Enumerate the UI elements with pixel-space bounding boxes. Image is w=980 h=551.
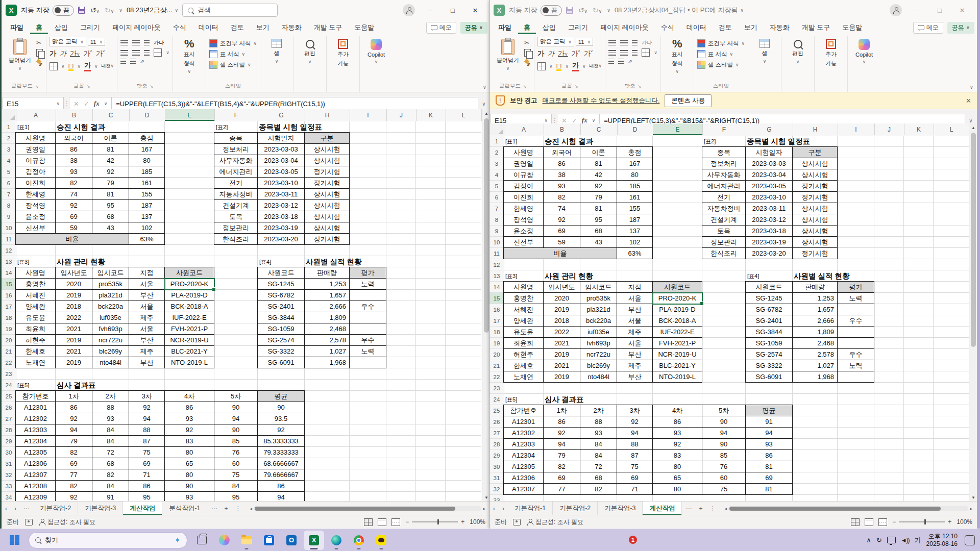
borders-icon[interactable] (50, 62, 58, 70)
cell[interactable]: A12304 (504, 450, 544, 461)
cell[interactable]: SG-6091 (746, 371, 793, 383)
cell[interactable]: 권영일 (504, 158, 544, 169)
cell[interactable]: PRO-2020-K (653, 293, 702, 304)
ribbon-tab-개발 도구[interactable]: 개발 도구 (308, 21, 348, 34)
cell[interactable]: 94 (214, 413, 258, 424)
cell[interactable]: fvh693p (92, 323, 129, 335)
col-header-G[interactable]: G (746, 123, 793, 135)
align-top-icon[interactable] (608, 40, 616, 46)
cell[interactable]: 에너지관리 (214, 166, 258, 178)
ribbon-tab-보기[interactable]: 보기 (739, 21, 763, 34)
cell[interactable]: 95 (214, 492, 258, 502)
align-middle-icon[interactable] (132, 40, 140, 46)
row-header-31[interactable]: 31 (489, 472, 504, 484)
cell[interactable]: BCK-2018-A (653, 315, 702, 327)
row-header-4[interactable]: 4 (2, 155, 16, 166)
cell[interactable]: 74 (544, 203, 580, 214)
row-header-21[interactable]: 21 (2, 346, 16, 357)
cells-button[interactable]: 셀∨ (263, 37, 290, 64)
cell[interactable]: 93 (544, 181, 580, 192)
ribbon-tab-수식[interactable]: 수식 (655, 21, 680, 34)
align-right-icon[interactable] (144, 50, 150, 56)
cell[interactable]: A12306 (504, 472, 544, 484)
cell[interactable]: 2019 (56, 335, 92, 346)
page-layout-view-icon[interactable] (865, 518, 873, 526)
horizontal-scrollbar[interactable]: ◂ ▸ (250, 506, 485, 512)
decrease-indent-icon[interactable] (608, 59, 614, 64)
cell[interactable]: 82 (92, 469, 129, 481)
tab-options-icon[interactable]: ⋮ (706, 505, 719, 512)
cell[interactable]: 정보관리 (702, 237, 746, 248)
orientation-icon[interactable]: 가나 (642, 39, 652, 46)
col-header-D[interactable]: D (617, 123, 653, 135)
cell[interactable]: 홍명찬 (16, 279, 56, 290)
number-format-button[interactable]: % 표시형식∨ (664, 37, 691, 74)
cell[interactable]: 81 (746, 461, 793, 472)
cell[interactable]: 95 (129, 492, 165, 502)
row-header-10[interactable]: 10 (2, 222, 16, 234)
cell[interactable]: 정보처리 (214, 144, 258, 155)
cell[interactable]: 63% (129, 234, 165, 245)
cell[interactable]: 서울 (617, 315, 653, 327)
row-header-26[interactable]: 26 (489, 416, 504, 428)
row-header-31[interactable]: 31 (2, 458, 16, 469)
row-header-6[interactable]: 6 (2, 178, 16, 189)
row-header-24[interactable]: 24 (2, 380, 16, 391)
cell[interactable]: 68 (92, 211, 129, 222)
horizontal-scrollbar[interactable]: ◂ ▸ (724, 506, 972, 512)
font-name-select[interactable]: 맑은 고딕∨ (50, 37, 86, 46)
cut-icon[interactable]: ✂ (524, 39, 531, 46)
cell[interactable]: PLA-2019-D (653, 304, 702, 315)
cell[interactable]: 상시시험 (793, 214, 838, 226)
cell[interactable]: 87 (129, 436, 165, 447)
cell[interactable]: 부산 (617, 349, 653, 360)
borders-icon[interactable] (537, 62, 546, 70)
cell[interactable]: 사무자동화 (214, 155, 258, 166)
ribbon-tab-데이터[interactable]: 데이터 (681, 21, 712, 34)
cell[interactable]: pro535k (92, 279, 129, 290)
cell[interactable]: 2023-03-04 (746, 169, 793, 181)
cell[interactable]: 부산 (617, 371, 653, 383)
cell[interactable]: 2021 (544, 360, 580, 371)
cell[interactable]: 양세완 (16, 301, 56, 312)
formula-bar-splitter[interactable]: ⋮ (552, 117, 557, 124)
cell[interactable]: 88 (129, 424, 165, 436)
cell[interactable]: NCR-2019-U (653, 349, 702, 360)
cell[interactable]: 전기 (214, 178, 258, 189)
cell[interactable]: 93.5 (258, 413, 305, 424)
cell[interactable]: 2021 (56, 346, 92, 357)
next-sheet-icon[interactable]: › (11, 505, 20, 512)
cell[interactable]: 장석영 (504, 214, 544, 226)
row-header-15[interactable]: 15 (489, 293, 504, 304)
cell[interactable]: 91 (746, 416, 793, 428)
cell[interactable]: 86 (746, 450, 793, 461)
cell[interactable]: 155 (129, 189, 165, 200)
cell[interactable]: 87 (617, 450, 653, 461)
cell[interactable]: 종목 (702, 147, 746, 158)
cell[interactable]: A12309 (16, 492, 56, 502)
row-header-16[interactable]: 16 (489, 304, 504, 315)
more-sheets-icon[interactable]: ⋯ (682, 505, 695, 512)
cell[interactable]: 59 (56, 222, 92, 234)
cell[interactable]: 2023-03-19 (258, 222, 305, 234)
cell[interactable]: 참가번호 (504, 405, 544, 416)
row-header-13[interactable]: 13 (2, 256, 16, 267)
row-header-26[interactable]: 26 (2, 402, 16, 413)
memo-button[interactable]: 메모 (913, 22, 943, 34)
sync-icon[interactable]: ↻ (876, 536, 882, 544)
conditional-formatting-button[interactable]: 조건부 서식∨ (697, 39, 745, 47)
cell[interactable]: 상시시험 (305, 211, 350, 222)
cell[interactable]: 부산 (129, 357, 165, 368)
cell[interactable]: blc269y (92, 346, 129, 357)
row-header-21[interactable]: 21 (489, 360, 504, 371)
cell[interactable]: 2019 (544, 349, 580, 360)
cell[interactable]: 제주 (617, 327, 653, 338)
cell[interactable]: 137 (617, 226, 653, 237)
cell[interactable]: 94 (746, 428, 793, 439)
qat-customize-icon[interactable]: ∨ (119, 8, 122, 13)
cell[interactable]: 이진희 (504, 192, 544, 203)
cell[interactable]: 82 (56, 447, 92, 458)
cell[interactable]: 상시시험 (305, 155, 350, 166)
tray-chevron-icon[interactable]: ∧ (866, 536, 871, 544)
number-format-button[interactable]: % 표시형식∨ (176, 37, 203, 74)
